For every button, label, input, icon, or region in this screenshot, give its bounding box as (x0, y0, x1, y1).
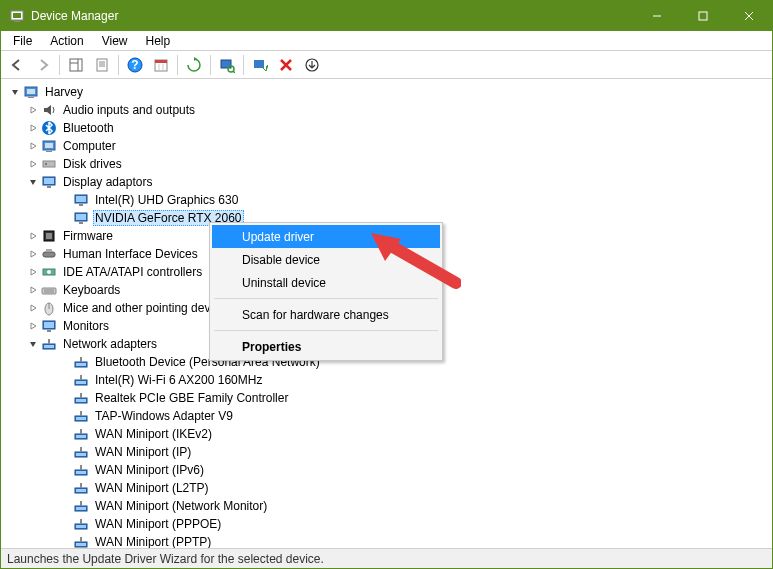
category-label: Bluetooth (61, 121, 116, 135)
toolbar-separator (210, 55, 211, 75)
device-wan-pptp[interactable]: WAN Miniport (PPTP) (1, 533, 772, 548)
device-label: WAN Miniport (PPPOE) (93, 517, 223, 531)
monitor-icon (41, 318, 57, 334)
category-disk[interactable]: Disk drives (1, 155, 772, 173)
window-title: Device Manager (31, 9, 634, 23)
expand-icon[interactable] (27, 302, 39, 314)
show-hide-tree-button[interactable] (64, 53, 88, 77)
device-label: WAN Miniport (Network Monitor) (93, 499, 269, 513)
expand-icon[interactable] (27, 230, 39, 242)
device-label: WAN Miniport (PPTP) (93, 535, 213, 548)
category-label: Display adaptors (61, 175, 154, 189)
tree-root-label: Harvey (43, 85, 85, 99)
mouse-icon (41, 300, 57, 316)
device-manager-window: Device Manager File Action View Help (0, 0, 773, 569)
menubar: File Action View Help (1, 31, 772, 51)
device-realtek[interactable]: Realtek PCIe GBE Family Controller (1, 389, 772, 407)
collapse-icon[interactable] (27, 338, 39, 350)
maximize-button[interactable] (680, 1, 726, 31)
network-icon (73, 462, 89, 478)
expand-icon[interactable] (27, 320, 39, 332)
date-button[interactable] (149, 53, 173, 77)
statusbar: Launches the Update Driver Wizard for th… (1, 548, 772, 568)
category-label: Audio inputs and outputs (61, 103, 197, 117)
device-wan-netmon[interactable]: WAN Miniport (Network Monitor) (1, 497, 772, 515)
expand-icon[interactable] (27, 284, 39, 296)
close-button[interactable] (726, 1, 772, 31)
menu-update-driver[interactable]: Update driver (212, 225, 440, 248)
toolbar (1, 51, 772, 79)
device-wan-pppoe[interactable]: WAN Miniport (PPPOE) (1, 515, 772, 533)
expand-icon[interactable] (27, 266, 39, 278)
titlebar: Device Manager (1, 1, 772, 31)
device-tap[interactable]: TAP-Windows Adapter V9 (1, 407, 772, 425)
menu-action[interactable]: Action (42, 32, 91, 50)
disk-icon (41, 156, 57, 172)
tree-content: Harvey Audio inputs and outputs Bluetoot… (1, 79, 772, 548)
enable-device-button[interactable] (248, 53, 272, 77)
menu-disable-device[interactable]: Disable device (212, 248, 440, 271)
device-label: Intel(R) Wi-Fi 6 AX200 160MHz (93, 373, 264, 387)
menu-file[interactable]: File (5, 32, 40, 50)
menu-scan-hardware[interactable]: Scan for hardware changes (212, 303, 440, 326)
toolbar-separator (118, 55, 119, 75)
expand-icon[interactable] (27, 158, 39, 170)
scan-hardware-button[interactable] (215, 53, 239, 77)
network-icon (73, 390, 89, 406)
network-icon (41, 336, 57, 352)
category-audio[interactable]: Audio inputs and outputs (1, 101, 772, 119)
uninstall-device-button[interactable] (274, 53, 298, 77)
status-text: Launches the Update Driver Wizard for th… (7, 552, 324, 566)
context-menu: Update driver Disable device Uninstall d… (209, 222, 443, 361)
category-label: Keyboards (61, 283, 122, 297)
minimize-button[interactable] (634, 1, 680, 31)
menu-help[interactable]: Help (138, 32, 179, 50)
device-label: WAN Miniport (IP) (93, 445, 193, 459)
expand-icon[interactable] (27, 104, 39, 116)
category-display[interactable]: Display adaptors (1, 173, 772, 191)
forward-button[interactable] (31, 53, 55, 77)
device-wan-ip[interactable]: WAN Miniport (IP) (1, 443, 772, 461)
menu-uninstall-device[interactable]: Uninstall device (212, 271, 440, 294)
category-computer[interactable]: Computer (1, 137, 772, 155)
menu-separator (214, 330, 438, 331)
device-wan-l2tp[interactable]: WAN Miniport (L2TP) (1, 479, 772, 497)
device-label: TAP-Windows Adapter V9 (93, 409, 235, 423)
expand-icon[interactable] (27, 140, 39, 152)
tree-root[interactable]: Harvey (1, 83, 772, 101)
monitor-icon (41, 174, 57, 190)
hid-icon (41, 246, 57, 262)
menu-view[interactable]: View (94, 32, 136, 50)
keyboard-icon (41, 282, 57, 298)
collapse-icon[interactable] (27, 176, 39, 188)
menu-properties[interactable]: Properties (212, 335, 440, 358)
device-wifi[interactable]: Intel(R) Wi-Fi 6 AX200 160MHz (1, 371, 772, 389)
device-label: WAN Miniport (IKEv2) (93, 427, 214, 441)
disable-device-button[interactable] (300, 53, 324, 77)
category-bluetooth[interactable]: Bluetooth (1, 119, 772, 137)
category-label: Firmware (61, 229, 115, 243)
device-label: Realtek PCIe GBE Family Controller (93, 391, 290, 405)
ide-icon (41, 264, 57, 280)
expand-icon[interactable] (27, 122, 39, 134)
category-label: Disk drives (61, 157, 124, 171)
device-wan-ipv6[interactable]: WAN Miniport (IPv6) (1, 461, 772, 479)
network-icon (73, 498, 89, 514)
category-label: Network adapters (61, 337, 159, 351)
computer-icon (41, 138, 57, 154)
bluetooth-icon (41, 120, 57, 136)
device-label: Intel(R) UHD Graphics 630 (93, 193, 240, 207)
expand-icon[interactable] (27, 248, 39, 260)
back-button[interactable] (5, 53, 29, 77)
network-icon (73, 426, 89, 442)
device-wan-ikev2[interactable]: WAN Miniport (IKEv2) (1, 425, 772, 443)
firmware-icon (41, 228, 57, 244)
toolbar-separator (177, 55, 178, 75)
monitor-icon (73, 210, 89, 226)
update-driver-button[interactable] (182, 53, 206, 77)
network-icon (73, 534, 89, 548)
collapse-icon[interactable] (9, 86, 21, 98)
properties-button[interactable] (90, 53, 114, 77)
device-intel-gpu[interactable]: Intel(R) UHD Graphics 630 (1, 191, 772, 209)
help-button[interactable] (123, 53, 147, 77)
